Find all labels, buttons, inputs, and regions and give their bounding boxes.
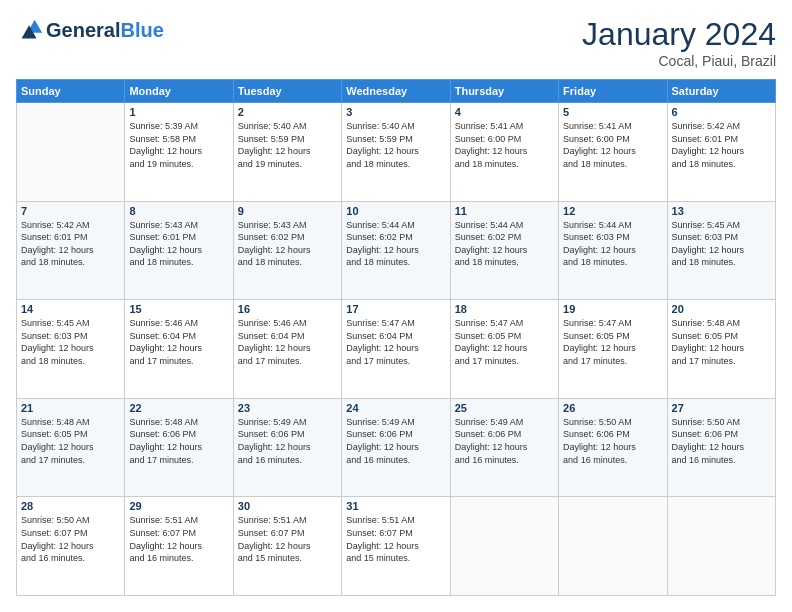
calendar-cell [667, 497, 775, 596]
calendar-cell: 11Sunrise: 5:44 AM Sunset: 6:02 PM Dayli… [450, 201, 558, 300]
calendar-cell [17, 103, 125, 202]
calendar-cell: 31Sunrise: 5:51 AM Sunset: 6:07 PM Dayli… [342, 497, 450, 596]
day-number: 10 [346, 205, 445, 217]
logo-blue: Blue [120, 19, 163, 41]
day-info: Sunrise: 5:42 AM Sunset: 6:01 PM Dayligh… [672, 120, 771, 170]
day-info: Sunrise: 5:46 AM Sunset: 6:04 PM Dayligh… [238, 317, 337, 367]
day-info: Sunrise: 5:44 AM Sunset: 6:03 PM Dayligh… [563, 219, 662, 269]
day-number: 28 [21, 500, 120, 512]
day-number: 7 [21, 205, 120, 217]
calendar-cell: 10Sunrise: 5:44 AM Sunset: 6:02 PM Dayli… [342, 201, 450, 300]
day-number: 15 [129, 303, 228, 315]
day-info: Sunrise: 5:51 AM Sunset: 6:07 PM Dayligh… [346, 514, 445, 564]
logo: GeneralBlue [16, 16, 164, 44]
day-number: 20 [672, 303, 771, 315]
day-number: 1 [129, 106, 228, 118]
col-header-tuesday: Tuesday [233, 80, 341, 103]
day-info: Sunrise: 5:47 AM Sunset: 6:05 PM Dayligh… [563, 317, 662, 367]
day-number: 12 [563, 205, 662, 217]
day-info: Sunrise: 5:47 AM Sunset: 6:05 PM Dayligh… [455, 317, 554, 367]
day-number: 9 [238, 205, 337, 217]
title-block: January 2024 Cocal, Piaui, Brazil [582, 16, 776, 69]
calendar-cell [450, 497, 558, 596]
day-number: 11 [455, 205, 554, 217]
day-info: Sunrise: 5:51 AM Sunset: 6:07 PM Dayligh… [238, 514, 337, 564]
day-info: Sunrise: 5:46 AM Sunset: 6:04 PM Dayligh… [129, 317, 228, 367]
calendar-cell: 7Sunrise: 5:42 AM Sunset: 6:01 PM Daylig… [17, 201, 125, 300]
day-info: Sunrise: 5:43 AM Sunset: 6:01 PM Dayligh… [129, 219, 228, 269]
day-info: Sunrise: 5:44 AM Sunset: 6:02 PM Dayligh… [455, 219, 554, 269]
calendar-cell: 2Sunrise: 5:40 AM Sunset: 5:59 PM Daylig… [233, 103, 341, 202]
day-number: 4 [455, 106, 554, 118]
day-number: 19 [563, 303, 662, 315]
day-info: Sunrise: 5:45 AM Sunset: 6:03 PM Dayligh… [21, 317, 120, 367]
day-number: 26 [563, 402, 662, 414]
day-info: Sunrise: 5:44 AM Sunset: 6:02 PM Dayligh… [346, 219, 445, 269]
col-header-sunday: Sunday [17, 80, 125, 103]
day-number: 3 [346, 106, 445, 118]
day-info: Sunrise: 5:49 AM Sunset: 6:06 PM Dayligh… [346, 416, 445, 466]
day-info: Sunrise: 5:49 AM Sunset: 6:06 PM Dayligh… [238, 416, 337, 466]
day-info: Sunrise: 5:48 AM Sunset: 6:06 PM Dayligh… [129, 416, 228, 466]
day-info: Sunrise: 5:50 AM Sunset: 6:06 PM Dayligh… [563, 416, 662, 466]
calendar-cell: 3Sunrise: 5:40 AM Sunset: 5:59 PM Daylig… [342, 103, 450, 202]
day-number: 16 [238, 303, 337, 315]
logo-icon [16, 16, 44, 44]
calendar-cell: 24Sunrise: 5:49 AM Sunset: 6:06 PM Dayli… [342, 398, 450, 497]
calendar-cell: 26Sunrise: 5:50 AM Sunset: 6:06 PM Dayli… [559, 398, 667, 497]
day-number: 2 [238, 106, 337, 118]
calendar: SundayMondayTuesdayWednesdayThursdayFrid… [16, 79, 776, 596]
calendar-cell: 19Sunrise: 5:47 AM Sunset: 6:05 PM Dayli… [559, 300, 667, 399]
calendar-cell: 9Sunrise: 5:43 AM Sunset: 6:02 PM Daylig… [233, 201, 341, 300]
day-info: Sunrise: 5:47 AM Sunset: 6:04 PM Dayligh… [346, 317, 445, 367]
day-number: 6 [672, 106, 771, 118]
week-row-2: 7Sunrise: 5:42 AM Sunset: 6:01 PM Daylig… [17, 201, 776, 300]
day-number: 29 [129, 500, 228, 512]
calendar-cell: 17Sunrise: 5:47 AM Sunset: 6:04 PM Dayli… [342, 300, 450, 399]
day-info: Sunrise: 5:42 AM Sunset: 6:01 PM Dayligh… [21, 219, 120, 269]
day-number: 13 [672, 205, 771, 217]
day-number: 5 [563, 106, 662, 118]
page: GeneralBlue January 2024 Cocal, Piaui, B… [0, 0, 792, 612]
day-info: Sunrise: 5:45 AM Sunset: 6:03 PM Dayligh… [672, 219, 771, 269]
day-info: Sunrise: 5:40 AM Sunset: 5:59 PM Dayligh… [238, 120, 337, 170]
week-row-1: 1Sunrise: 5:39 AM Sunset: 5:58 PM Daylig… [17, 103, 776, 202]
day-info: Sunrise: 5:41 AM Sunset: 6:00 PM Dayligh… [455, 120, 554, 170]
day-info: Sunrise: 5:48 AM Sunset: 6:05 PM Dayligh… [672, 317, 771, 367]
calendar-cell: 1Sunrise: 5:39 AM Sunset: 5:58 PM Daylig… [125, 103, 233, 202]
col-header-friday: Friday [559, 80, 667, 103]
day-number: 8 [129, 205, 228, 217]
day-info: Sunrise: 5:51 AM Sunset: 6:07 PM Dayligh… [129, 514, 228, 564]
calendar-cell: 28Sunrise: 5:50 AM Sunset: 6:07 PM Dayli… [17, 497, 125, 596]
calendar-cell: 25Sunrise: 5:49 AM Sunset: 6:06 PM Dayli… [450, 398, 558, 497]
day-info: Sunrise: 5:50 AM Sunset: 6:06 PM Dayligh… [672, 416, 771, 466]
calendar-cell: 16Sunrise: 5:46 AM Sunset: 6:04 PM Dayli… [233, 300, 341, 399]
day-info: Sunrise: 5:49 AM Sunset: 6:06 PM Dayligh… [455, 416, 554, 466]
calendar-cell: 22Sunrise: 5:48 AM Sunset: 6:06 PM Dayli… [125, 398, 233, 497]
header-row: SundayMondayTuesdayWednesdayThursdayFrid… [17, 80, 776, 103]
day-number: 14 [21, 303, 120, 315]
day-number: 25 [455, 402, 554, 414]
logo-line1: GeneralBlue [46, 19, 164, 41]
col-header-saturday: Saturday [667, 80, 775, 103]
day-info: Sunrise: 5:40 AM Sunset: 5:59 PM Dayligh… [346, 120, 445, 170]
month-title: January 2024 [582, 16, 776, 53]
day-info: Sunrise: 5:41 AM Sunset: 6:00 PM Dayligh… [563, 120, 662, 170]
week-row-4: 21Sunrise: 5:48 AM Sunset: 6:05 PM Dayli… [17, 398, 776, 497]
day-number: 18 [455, 303, 554, 315]
subtitle: Cocal, Piaui, Brazil [582, 53, 776, 69]
calendar-cell: 20Sunrise: 5:48 AM Sunset: 6:05 PM Dayli… [667, 300, 775, 399]
header: GeneralBlue January 2024 Cocal, Piaui, B… [16, 16, 776, 69]
calendar-cell: 12Sunrise: 5:44 AM Sunset: 6:03 PM Dayli… [559, 201, 667, 300]
day-number: 24 [346, 402, 445, 414]
day-number: 17 [346, 303, 445, 315]
calendar-cell: 18Sunrise: 5:47 AM Sunset: 6:05 PM Dayli… [450, 300, 558, 399]
week-row-5: 28Sunrise: 5:50 AM Sunset: 6:07 PM Dayli… [17, 497, 776, 596]
day-number: 31 [346, 500, 445, 512]
calendar-cell: 29Sunrise: 5:51 AM Sunset: 6:07 PM Dayli… [125, 497, 233, 596]
day-number: 27 [672, 402, 771, 414]
day-info: Sunrise: 5:50 AM Sunset: 6:07 PM Dayligh… [21, 514, 120, 564]
day-info: Sunrise: 5:43 AM Sunset: 6:02 PM Dayligh… [238, 219, 337, 269]
day-number: 30 [238, 500, 337, 512]
calendar-cell: 4Sunrise: 5:41 AM Sunset: 6:00 PM Daylig… [450, 103, 558, 202]
